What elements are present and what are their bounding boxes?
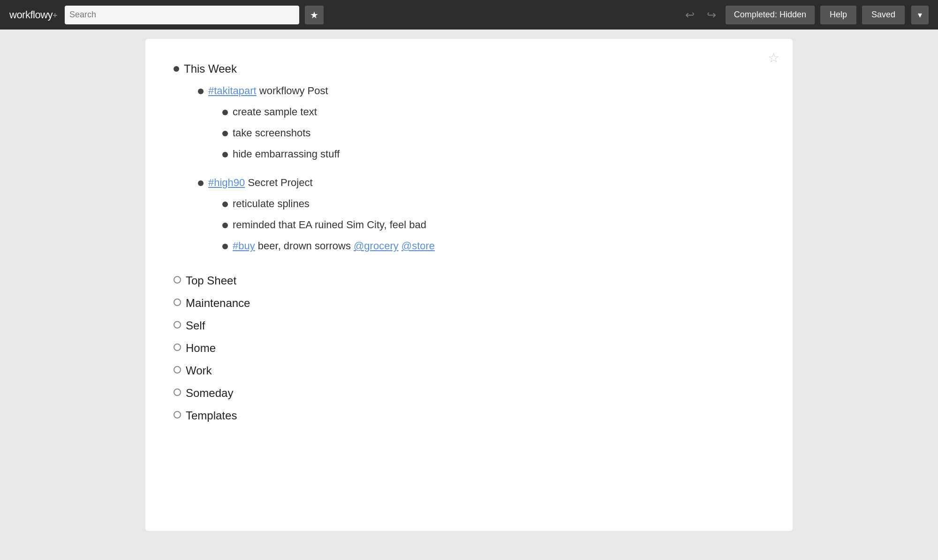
item-text[interactable]: Home: [186, 340, 769, 357]
mention-grocery[interactable]: @grocery: [354, 240, 399, 252]
tag-high90[interactable]: #high90: [208, 177, 245, 188]
item-text[interactable]: reminded that EA ruined Sim City, feel b…: [233, 217, 769, 232]
bullet-icon: [174, 62, 179, 75]
item-text[interactable]: hide embarrassing stuff: [233, 146, 769, 162]
completed-button[interactable]: Completed: Hidden: [726, 6, 815, 24]
star-outline-icon: ☆: [768, 51, 779, 65]
search-input[interactable]: [69, 10, 295, 20]
list-item: reminded that EA ruined Sim City, feel b…: [222, 214, 769, 235]
outline-item-this-week: This Week: [174, 58, 769, 80]
bullet-icon: [222, 127, 228, 139]
topbar: workflowy+ ★ ↩ ↪ Completed: Hidden Help …: [0, 0, 938, 30]
bullet-icon: [174, 387, 181, 396]
bullet-icon: [174, 342, 181, 351]
bullet-icon: [222, 219, 228, 231]
outline-list: This Week #takitapart workflowy Post: [174, 58, 769, 427]
bullet-icon: [222, 106, 228, 118]
item-text[interactable]: #high90 Secret Project: [208, 175, 769, 190]
item-text[interactable]: Work: [186, 362, 769, 379]
bullet-icon: [174, 364, 181, 373]
list-item: hide embarrassing stuff: [222, 143, 769, 164]
bullet-icon: [222, 240, 228, 252]
help-button[interactable]: Help: [820, 6, 856, 24]
star-filled-icon: ★: [310, 9, 318, 21]
item-text[interactable]: This Week: [184, 60, 769, 77]
item-text[interactable]: Maintenance: [186, 295, 769, 312]
undo-icon: ↩: [685, 8, 695, 21]
item-text[interactable]: Self: [186, 317, 769, 334]
undo-button[interactable]: ↩: [681, 7, 698, 23]
list-item: #high90 Secret Project reticulate spline…: [198, 172, 769, 256]
redo-button[interactable]: ↪: [703, 7, 720, 23]
list-item: Templates: [174, 404, 769, 427]
nested-list: create sample text take screenshots: [222, 101, 769, 164]
list-item: take screenshots: [222, 122, 769, 143]
menu-dropdown-button[interactable]: ▾: [911, 6, 929, 24]
item-text[interactable]: Someday: [186, 385, 769, 402]
list-item: Work: [174, 359, 769, 382]
outline-item-takitapart: #takitapart workflowy Post: [198, 80, 769, 101]
mention-store[interactable]: @store: [401, 240, 435, 252]
list-item: reticulate splines: [222, 193, 769, 214]
list-item: #takitapart workflowy Post create sample…: [198, 80, 769, 164]
redo-icon: ↪: [707, 8, 716, 21]
bullet-icon: [174, 319, 181, 329]
help-label: Help: [830, 10, 847, 19]
bullet-icon: [222, 148, 228, 160]
list-item: Top Sheet: [174, 269, 769, 292]
nested-list: reticulate splines reminded that EA ruin…: [222, 193, 769, 256]
tag-takitapart[interactable]: #takitapart: [208, 85, 257, 97]
favorite-star-button[interactable]: ☆: [768, 50, 779, 66]
list-item: Self: [174, 314, 769, 337]
bullet-icon: [174, 409, 181, 418]
chevron-down-icon: ▾: [918, 10, 922, 20]
list-item: Maintenance: [174, 292, 769, 314]
list-item: Home: [174, 337, 769, 359]
item-text[interactable]: #buy beer, drown sorrows @grocery @store: [233, 238, 769, 254]
list-item: This Week #takitapart workflowy Post: [174, 58, 769, 256]
tag-buy[interactable]: #buy: [233, 240, 255, 252]
bullet-icon: [198, 177, 204, 189]
item-text[interactable]: reticulate splines: [233, 196, 769, 211]
spacing: [174, 256, 769, 269]
main-area: ☆ This Week: [0, 30, 938, 540]
bullet-icon: [222, 198, 228, 210]
bookmark-button[interactable]: ★: [305, 6, 324, 24]
list-item: create sample text: [222, 101, 769, 122]
completed-label: Completed: Hidden: [734, 10, 806, 19]
bullet-icon: [174, 274, 181, 284]
nested-list: #takitapart workflowy Post create sample…: [198, 80, 769, 256]
item-text[interactable]: take screenshots: [233, 125, 769, 141]
bullet-icon: [174, 297, 181, 306]
item-text[interactable]: Top Sheet: [186, 272, 769, 289]
saved-label: Saved: [871, 10, 895, 19]
undo-redo-group: ↩ ↪: [681, 7, 720, 23]
outline-item-high90: #high90 Secret Project: [198, 172, 769, 193]
list-item: #buy beer, drown sorrows @grocery @store: [222, 235, 769, 256]
item-text[interactable]: create sample text: [233, 104, 769, 119]
item-text[interactable]: #takitapart workflowy Post: [208, 83, 769, 98]
spacing: [198, 164, 769, 172]
item-text-templates[interactable]: Templates: [186, 407, 769, 424]
content-panel: ☆ This Week: [145, 39, 793, 531]
bullet-icon: [198, 85, 204, 97]
list-item: Someday: [174, 382, 769, 404]
search-container: [65, 6, 299, 24]
saved-button[interactable]: Saved: [862, 6, 905, 24]
app-logo: workflowy+: [9, 9, 57, 21]
